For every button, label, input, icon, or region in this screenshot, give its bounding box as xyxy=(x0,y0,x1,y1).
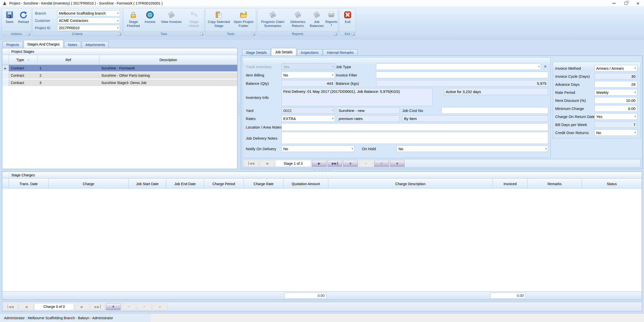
on-hold-combobox[interactable]: No▾ xyxy=(397,145,548,152)
progress-claim-summaries-button[interactable]: Progress Claim Summaries xyxy=(258,10,287,28)
job-delivery-notes-label: Job Delivery Notes xyxy=(246,135,277,141)
invoice-button[interactable]: Invoice xyxy=(143,10,157,24)
vertical-splitter[interactable] xyxy=(238,104,240,115)
customer-combobox[interactable]: ACME Contractors▾ xyxy=(57,18,120,24)
project-id-combobox[interactable]: 2017PR0010▾ xyxy=(57,25,120,31)
chevron-down-icon: ▾ xyxy=(117,26,118,29)
rates-combobox[interactable]: EXTRA▾ xyxy=(281,115,335,122)
dialog-launcher-icon[interactable] xyxy=(352,32,355,35)
location-area-notes-input[interactable] xyxy=(281,123,548,131)
previous-record-button[interactable]: ◀ xyxy=(260,160,274,167)
invoice-method-combobox[interactable]: Arrears / Arrears▾ xyxy=(594,65,637,71)
tab-projects[interactable]: Projects xyxy=(3,41,23,48)
bill-days-per-week-label: Bill Days per Week xyxy=(555,121,587,128)
first-record-button[interactable]: ◀◀ xyxy=(244,160,259,167)
column-header-ref[interactable]: Ref xyxy=(37,55,99,65)
column-header-remarks[interactable]: Remarks xyxy=(528,179,582,189)
close-button[interactable]: × xyxy=(632,0,644,7)
tab-inspections[interactable]: Inspections xyxy=(297,49,323,56)
restore-button[interactable] xyxy=(620,0,632,7)
open-project-folder-button[interactable]: Open Project Folder xyxy=(232,10,255,28)
item-billing-combobox[interactable]: No▾ xyxy=(281,72,335,78)
job-cost-no-input[interactable] xyxy=(441,107,548,114)
dialog-launcher-icon[interactable] xyxy=(200,32,203,35)
minimum-charge-label: Minimum Charge xyxy=(555,105,584,112)
column-header-description[interactable]: Description xyxy=(99,55,237,65)
tab-stages-and-charges[interactable]: Stages And Charges xyxy=(24,40,63,48)
column-header-quotation-amount[interactable]: Quotation Amount xyxy=(284,179,328,189)
reports-dropdown-button[interactable]: Reports ▾ xyxy=(325,10,338,26)
post-edit-button[interactable]: ✓ xyxy=(374,160,389,167)
cancel-edit-button[interactable]: × xyxy=(390,160,405,167)
column-header-job-end-date[interactable]: Job End Date xyxy=(166,179,204,189)
table-row[interactable]: Contract 2 Sunshine - Other Parts traini… xyxy=(2,72,237,79)
exit-button[interactable]: Exit xyxy=(341,10,354,24)
sort-ascending-icon: ▲ xyxy=(27,59,30,61)
open-folder-icon xyxy=(239,10,248,20)
column-header-status[interactable]: Status xyxy=(582,179,642,189)
column-header-charge-description[interactable]: Charge Description xyxy=(328,179,493,189)
credit-over-returns-combobox[interactable]: No▾ xyxy=(594,129,637,136)
stage-charges-header: Trans. Date Charge Job Start Date Job En… xyxy=(2,179,642,189)
post-edit-button[interactable]: ✓ xyxy=(137,303,152,310)
table-row[interactable]: ▶ Contract 1 Sunshine - Formwork xyxy=(2,65,237,71)
minimize-button[interactable] xyxy=(608,0,620,7)
invoice-filter-input[interactable] xyxy=(376,72,548,78)
clear-icon[interactable]: × xyxy=(544,64,546,69)
rent-discount-input[interactable]: 10.00 xyxy=(594,97,637,104)
stage-detail-region: Stage Details Job Details Inspections In… xyxy=(241,48,642,169)
column-header-charge-period[interactable]: Charge Period xyxy=(204,179,244,189)
x-icon: × xyxy=(159,305,161,309)
cancel-edit-button[interactable]: × xyxy=(153,303,167,310)
yard-combobox[interactable]: 0022▾ xyxy=(281,107,335,114)
add-record-button[interactable]: + xyxy=(343,160,358,167)
view-invoices-button[interactable]: View Invoices xyxy=(158,10,184,24)
next-record-button[interactable]: ▶ xyxy=(312,160,327,167)
next-record-button[interactable]: ▶ xyxy=(75,303,89,310)
job-type-combobox[interactable]: ▾× xyxy=(376,63,541,70)
notify-on-delivery-combobox[interactable]: No▾ xyxy=(281,145,354,152)
location-area-notes-label: Location / Area Notes xyxy=(246,124,282,130)
job-delivery-notes-input[interactable] xyxy=(281,132,548,144)
advance-days-input[interactable]: 28 xyxy=(594,81,637,88)
tab-internal-remarks[interactable]: Internal Remarks xyxy=(323,49,357,56)
stage-finished-button[interactable]: Stage Finished xyxy=(125,10,142,28)
horizontal-splitter[interactable] xyxy=(314,170,330,171)
column-header-trans-date[interactable]: Trans. Date xyxy=(9,179,49,189)
project-stages-caption: Project Stages xyxy=(2,48,237,55)
previous-record-button[interactable]: ◀ xyxy=(19,303,33,310)
delete-record-button[interactable]: − xyxy=(122,303,136,310)
tab-notes[interactable]: Notes xyxy=(64,41,81,48)
column-header-invoiced[interactable]: Invoiced xyxy=(493,179,528,189)
dialog-launcher-icon[interactable] xyxy=(334,32,337,35)
branch-label: Branch xyxy=(35,11,57,15)
delete-record-button[interactable]: − xyxy=(359,160,373,167)
table-row[interactable]: Contract 3 Sunshine Stage3- Demo Job xyxy=(2,79,237,86)
copy-selected-stage-button[interactable]: Copy Selected Stage xyxy=(207,10,231,28)
tab-job-details[interactable]: Job Details xyxy=(271,48,296,56)
stage-charges-empty-area[interactable] xyxy=(2,189,642,292)
rate-period-combobox[interactable]: Weekly▾ xyxy=(594,89,637,96)
column-header-job-start-date[interactable]: Job Start Date xyxy=(129,179,166,189)
deliveries-returns-button[interactable]: Deliveries Returns xyxy=(288,10,308,28)
add-record-button[interactable]: + xyxy=(106,303,120,310)
dialog-launcher-icon[interactable] xyxy=(27,32,30,35)
last-record-button[interactable]: ▶▶ xyxy=(328,160,342,167)
column-header-charge[interactable]: Charge xyxy=(49,179,129,189)
stage-unlock-button[interactable]: Stage Unlock xyxy=(186,10,202,28)
reload-button[interactable]: Reload xyxy=(17,10,30,24)
save-button[interactable]: Save xyxy=(3,10,16,24)
job-balances-button[interactable]: Job Balances xyxy=(309,10,325,28)
column-header-type[interactable]: Type▲ xyxy=(9,55,37,65)
last-record-button[interactable]: ▶▶ xyxy=(90,303,105,310)
first-record-button[interactable]: ◀◀ xyxy=(3,303,18,310)
dialog-launcher-icon[interactable] xyxy=(118,32,121,35)
column-header-charge-rate[interactable]: Charge Rate xyxy=(244,179,284,189)
branch-combobox[interactable]: Melbourne Scaffolding branch▾ xyxy=(57,10,120,16)
tab-attachments[interactable]: Attachments xyxy=(82,41,109,48)
tab-stage-details[interactable]: Stage Details xyxy=(242,49,270,56)
dialog-launcher-icon[interactable] xyxy=(252,32,255,35)
charge-on-return-date-combobox[interactable]: Yes▾ xyxy=(594,113,637,120)
next-record-icon: ▶ xyxy=(318,162,320,165)
minimum-charge-input[interactable]: 0.00 xyxy=(594,105,637,112)
